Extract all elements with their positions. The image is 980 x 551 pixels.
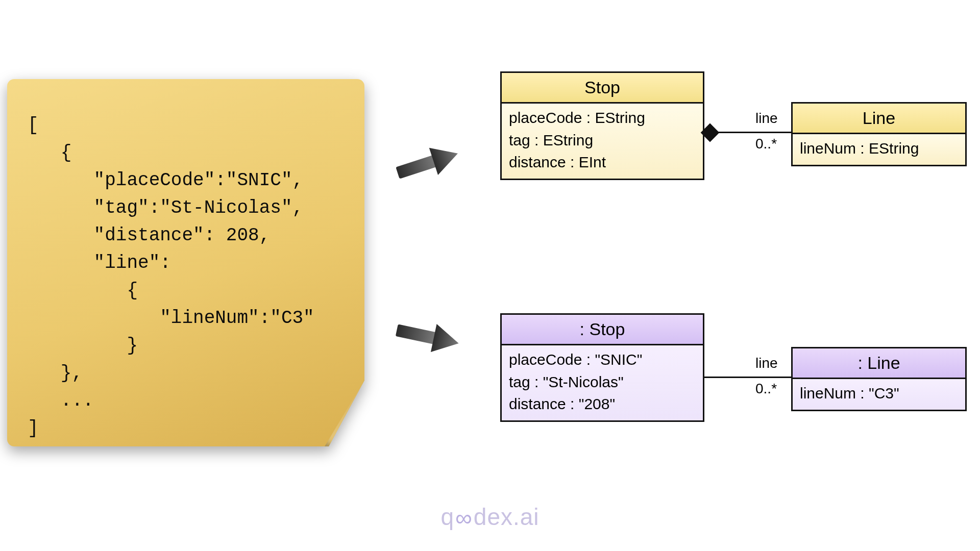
object-assoc-role: line	[755, 355, 778, 371]
class-line-attr: lineNum : EString	[800, 137, 958, 160]
object-stop-attr: distance : "208"	[509, 393, 696, 415]
class-stop-attr: distance : EInt	[509, 151, 696, 173]
class-line-box: Line lineNum : EString	[791, 102, 967, 166]
infinity-icon: ∞	[455, 504, 473, 532]
object-assoc-line	[704, 377, 791, 378]
class-stop-body: placeCode : EString tag : EString distan…	[502, 104, 703, 179]
json-note-surface: [ { "placeCode":"SNIC", "tag":"St-Nicola…	[7, 79, 364, 446]
object-assoc-multiplicity: 0..*	[755, 381, 777, 397]
svg-rect-2	[396, 324, 437, 344]
watermark-prefix: q	[440, 503, 454, 531]
class-line-body: lineNum : EString	[793, 134, 965, 165]
json-code: [ { "placeCode":"SNIC", "tag":"St-Nicola…	[28, 112, 347, 442]
object-line-attr: lineNum : "C3"	[800, 382, 958, 405]
diagram-canvas: [ { "placeCode":"SNIC", "tag":"St-Nicola…	[0, 0, 980, 551]
json-note: [ { "placeCode":"SNIC", "tag":"St-Nicola…	[7, 79, 364, 446]
object-line-body: lineNum : "C3"	[793, 379, 965, 410]
svg-marker-3	[431, 324, 462, 357]
object-stop-attr: placeCode : "SNIC"	[509, 348, 696, 371]
object-stop-attr: tag : "St-Nicolas"	[509, 371, 696, 393]
class-stop-attr: tag : EString	[509, 129, 696, 152]
object-line-box: : Line lineNum : "C3"	[791, 347, 967, 411]
object-stop-body: placeCode : "SNIC" tag : "St-Nicolas" di…	[502, 345, 703, 420]
class-assoc-role: line	[755, 110, 778, 127]
object-stop-title: : Stop	[502, 315, 703, 345]
object-stop-box: : Stop placeCode : "SNIC" tag : "St-Nico…	[500, 313, 704, 422]
watermark-suffix: dex.ai	[474, 503, 540, 531]
svg-rect-0	[396, 155, 437, 179]
class-stop-box: Stop placeCode : EString tag : EString d…	[500, 71, 704, 180]
svg-marker-1	[429, 143, 462, 175]
arrow-to-object-icon	[392, 316, 463, 357]
class-line-title: Line	[793, 104, 965, 134]
arrow-to-class-icon	[392, 143, 463, 184]
class-stop-title: Stop	[502, 73, 703, 104]
watermark: q ∞ dex.ai	[440, 503, 539, 531]
class-assoc-multiplicity: 0..*	[755, 136, 777, 152]
class-stop-attr: placeCode : EString	[509, 107, 696, 129]
object-line-title: : Line	[793, 348, 965, 379]
